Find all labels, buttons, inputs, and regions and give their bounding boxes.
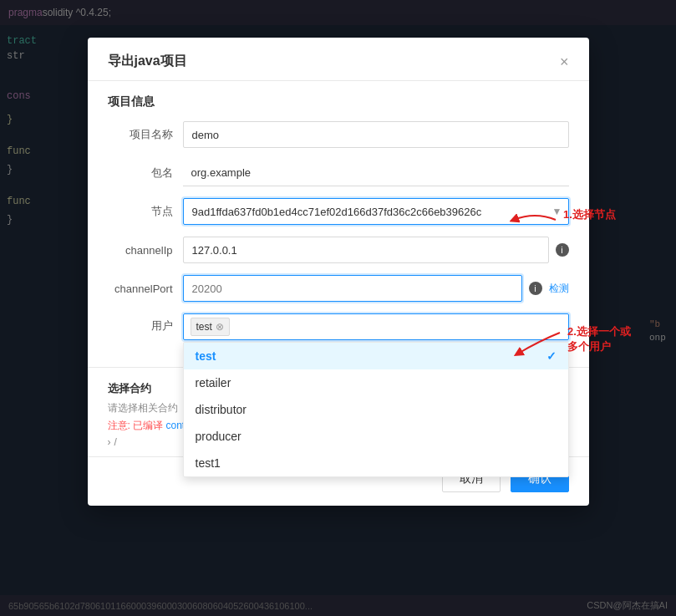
channel-ip-input[interactable]	[183, 237, 549, 263]
dropdown-item-producer-label: producer	[196, 430, 241, 443]
modal-close-button[interactable]: ×	[560, 54, 569, 69]
user-label: 用户	[108, 318, 183, 333]
check-icon-test: ✓	[546, 349, 557, 363]
dropdown-item-retailer-label: retailer	[196, 376, 231, 389]
channel-port-info-icon: i	[529, 282, 542, 295]
package-name-label: 包名	[108, 165, 183, 181]
node-input[interactable]	[183, 198, 569, 225]
channel-port-row: channelPort i 检测	[108, 275, 569, 302]
breadcrumb-sep: /	[114, 436, 117, 448]
dropdown-item-test1-label: test1	[196, 456, 221, 470]
user-tag-test: test ⊗	[191, 318, 230, 336]
node-label: 节点	[108, 204, 183, 219]
modal-overlay: 导出java项目 × 项目信息 项目名称 包名 节点 ▼	[0, 0, 676, 616]
package-name-row: 包名	[108, 160, 569, 186]
breadcrumb-chevron: ›	[108, 436, 111, 448]
dropdown-item-distributor-label: distributor	[196, 403, 247, 416]
node-input-wrapper: ▼	[183, 198, 569, 225]
channel-port-label: channelPort	[108, 283, 183, 295]
modal-header: 导出java项目 ×	[88, 38, 589, 81]
project-name-label: 项目名称	[108, 127, 183, 142]
project-name-input[interactable]	[183, 121, 569, 148]
user-row: 用户 test ⊗ test ✓	[108, 313, 569, 340]
section-title: 项目信息	[108, 94, 569, 109]
channel-ip-row: channelIp i	[108, 237, 569, 263]
dropdown-item-test[interactable]: test ✓	[184, 343, 568, 369]
dropdown-item-retailer[interactable]: retailer	[184, 369, 568, 396]
modal-body: 项目信息 项目名称 包名 节点 ▼ channelIp	[88, 81, 589, 360]
dropdown-item-distributor[interactable]: distributor	[184, 396, 568, 423]
channel-port-input[interactable]	[183, 275, 522, 302]
dropdown-item-test1[interactable]: test1	[184, 450, 568, 476]
modal: 导出java项目 × 项目信息 项目名称 包名 节点 ▼	[88, 38, 589, 506]
user-tag-close[interactable]: ⊗	[216, 321, 224, 333]
user-tag-input[interactable]: test ⊗	[183, 313, 569, 340]
dropdown-item-producer[interactable]: producer	[184, 423, 568, 450]
contract-note-text: 注意: 已编译	[108, 420, 164, 431]
channel-ip-info-icon: i	[556, 243, 569, 257]
user-dropdown-wrapper: test ⊗ test ✓ retailer	[183, 313, 569, 340]
project-name-row: 项目名称	[108, 121, 569, 148]
modal-title: 导出java项目	[108, 53, 187, 70]
package-name-input[interactable]	[183, 160, 569, 186]
user-tag-label: test	[196, 321, 212, 333]
channel-ip-label: channelIp	[108, 244, 183, 257]
dropdown-item-test-label: test	[196, 349, 216, 363]
detect-button[interactable]: 检测	[549, 282, 569, 296]
node-row: 节点 ▼	[108, 198, 569, 225]
user-dropdown-menu: test ✓ retailer distributor producer	[183, 342, 569, 477]
